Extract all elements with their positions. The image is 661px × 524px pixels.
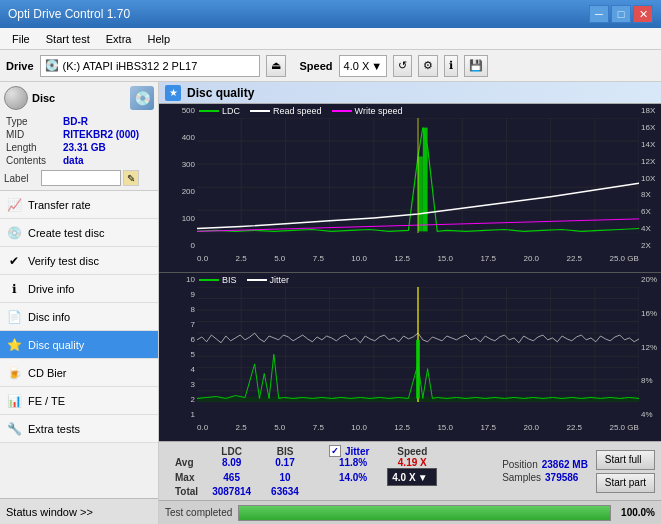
sidebar-item-extra-tests[interactable]: 🔧 Extra tests bbox=[0, 415, 158, 443]
sidebar-item-disc-quality[interactable]: ⭐ Disc quality bbox=[0, 331, 158, 359]
status-text: Test completed bbox=[165, 507, 232, 518]
legend-bis-color bbox=[199, 279, 219, 281]
legend-ldc-color bbox=[199, 110, 219, 112]
drive-selector[interactable]: 💽 (K:) ATAPI iHBS312 2 PL17 bbox=[40, 55, 260, 77]
col-ldc: LDC bbox=[202, 445, 261, 457]
minimize-button[interactable]: ─ bbox=[589, 5, 609, 23]
bis-chart: BIS Jitter 10 9 8 7 6 5 4 3 2 bbox=[159, 273, 661, 441]
contents-value: data bbox=[63, 155, 152, 166]
jitter-section: ✓ Jitter bbox=[329, 445, 377, 457]
save-button[interactable]: 💾 bbox=[464, 55, 488, 77]
cd-bier-icon: 🍺 bbox=[6, 365, 22, 381]
legend-write-color bbox=[332, 110, 352, 112]
sidebar-item-transfer-rate[interactable]: 📈 Transfer rate bbox=[0, 191, 158, 219]
drive-bar: Drive 💽 (K:) ATAPI iHBS312 2 PL17 ⏏ Spee… bbox=[0, 50, 661, 82]
settings-button[interactable]: ⚙ bbox=[418, 55, 438, 77]
nav-label-create-test-disc: Create test disc bbox=[28, 227, 104, 239]
info-button[interactable]: ℹ bbox=[444, 55, 458, 77]
total-label: Total bbox=[165, 486, 202, 497]
nav-label-transfer-rate: Transfer rate bbox=[28, 199, 91, 211]
sidebar-item-drive-info[interactable]: ℹ Drive info bbox=[0, 275, 158, 303]
speed-display-selector[interactable]: 4.0 X ▼ bbox=[387, 468, 437, 486]
menu-start-test[interactable]: Start test bbox=[38, 31, 98, 47]
sidebar-item-fe-te[interactable]: 📊 FE / TE bbox=[0, 387, 158, 415]
chart1-y-axis-right: 18X 16X 14X 12X 10X 8X 6X 4X 2X bbox=[639, 104, 661, 252]
max-ldc: 465 bbox=[202, 468, 261, 486]
start-full-button[interactable]: Start full bbox=[596, 450, 655, 470]
create-test-disc-icon: 💿 bbox=[6, 225, 22, 241]
col-bis: BIS bbox=[261, 445, 309, 457]
nav-label-disc-quality: Disc quality bbox=[28, 339, 84, 351]
position-label: Position bbox=[502, 459, 538, 470]
samples-label: Samples bbox=[502, 472, 541, 483]
status-window-button[interactable]: Status window >> bbox=[0, 498, 158, 524]
label-edit-button[interactable]: ✎ bbox=[123, 170, 139, 186]
position-value: 23862 MB bbox=[542, 459, 588, 470]
ldc-chart: LDC Read speed Write speed 500 400 300 bbox=[159, 104, 661, 273]
extra-tests-icon: 🔧 bbox=[6, 421, 22, 437]
charts-area: LDC Read speed Write speed 500 400 300 bbox=[159, 104, 661, 441]
menu-help[interactable]: Help bbox=[139, 31, 178, 47]
nav-label-extra-tests: Extra tests bbox=[28, 423, 80, 435]
disc-quality-icon-header: ★ bbox=[165, 85, 181, 101]
avg-jitter: 11.8% bbox=[329, 457, 377, 468]
menu-file[interactable]: File bbox=[4, 31, 38, 47]
progress-percent: 100.0% bbox=[617, 507, 655, 518]
samples-row: Samples 379586 bbox=[502, 472, 588, 483]
mid-label: MID bbox=[6, 129, 61, 140]
chart2-legend: BIS Jitter bbox=[199, 275, 289, 285]
legend-bis: BIS bbox=[199, 275, 237, 285]
svg-rect-17 bbox=[423, 128, 428, 232]
legend-read-label: Read speed bbox=[273, 106, 322, 116]
jitter-checkbox[interactable]: ✓ bbox=[329, 445, 341, 457]
disc-contents-row: Contents data bbox=[6, 155, 152, 166]
speed-value: 4.0 X bbox=[344, 60, 370, 72]
avg-label: Avg bbox=[165, 457, 202, 468]
stats-header-row: LDC BIS ✓ Jitter Speed bbox=[165, 445, 447, 457]
chart2-x-axis: 0.0 2.5 5.0 7.5 10.0 12.5 15.0 17.5 20.0… bbox=[197, 421, 639, 441]
nav-label-cd-bier: CD Bier bbox=[28, 367, 67, 379]
start-part-button[interactable]: Start part bbox=[596, 473, 655, 493]
legend-write-label: Write speed bbox=[355, 106, 403, 116]
max-jitter: 14.0% bbox=[329, 468, 377, 486]
content-area: ★ Disc quality LDC Read speed bbox=[159, 82, 661, 524]
sidebar-item-verify-test-disc[interactable]: ✔ Verify test disc bbox=[0, 247, 158, 275]
nav-label-disc-info: Disc info bbox=[28, 311, 70, 323]
disc-info-icon: 📄 bbox=[6, 309, 22, 325]
label-label: Label bbox=[4, 173, 39, 184]
sidebar-item-cd-bier[interactable]: 🍺 CD Bier bbox=[0, 359, 158, 387]
position-section: Position 23862 MB Samples 379586 bbox=[502, 459, 588, 483]
disc-type-row: Type BD-R bbox=[6, 116, 152, 127]
chart2-y-axis-right: 20% 16% 12% 8% 4% bbox=[639, 273, 661, 421]
speed-display-value: 4.0 X bbox=[392, 472, 415, 483]
stats-total-row: Total 3087814 63634 bbox=[165, 486, 447, 497]
avg-speed: 4.19 X bbox=[377, 457, 447, 468]
legend-bis-label: BIS bbox=[222, 275, 237, 285]
stats-row-headers: LDC BIS ✓ Jitter Speed bbox=[165, 445, 655, 497]
chart1-svg bbox=[197, 118, 639, 233]
avg-bis: 0.17 bbox=[261, 457, 309, 468]
legend-jitter-label: Jitter bbox=[270, 275, 290, 285]
svg-rect-42 bbox=[416, 340, 420, 399]
sidebar-item-disc-info[interactable]: 📄 Disc info bbox=[0, 303, 158, 331]
max-label: Max bbox=[165, 468, 202, 486]
max-bis: 10 bbox=[261, 468, 309, 486]
fe-te-icon: 📊 bbox=[6, 393, 22, 409]
sidebar-item-create-test-disc[interactable]: 💿 Create test disc bbox=[0, 219, 158, 247]
close-button[interactable]: ✕ bbox=[633, 5, 653, 23]
eject-button[interactable]: ⏏ bbox=[266, 55, 286, 77]
progress-bar bbox=[238, 505, 611, 521]
total-bis: 63634 bbox=[261, 486, 309, 497]
refresh-button[interactable]: ↺ bbox=[393, 55, 412, 77]
label-input[interactable] bbox=[41, 170, 121, 186]
total-ldc: 3087814 bbox=[202, 486, 261, 497]
stats-area: LDC BIS ✓ Jitter Speed bbox=[159, 441, 661, 500]
speed-selector[interactable]: 4.0 X ▼ bbox=[339, 55, 388, 77]
type-label: Type bbox=[6, 116, 61, 127]
menu-extra[interactable]: Extra bbox=[98, 31, 140, 47]
nav-label-drive-info: Drive info bbox=[28, 283, 74, 295]
chart1-y-axis-left: 500 400 300 200 100 0 bbox=[159, 104, 197, 252]
sidebar: Disc 💿 Type BD-R MID RITEKBR2 (000) Leng… bbox=[0, 82, 159, 524]
maximize-button[interactable]: □ bbox=[611, 5, 631, 23]
legend-ldc: LDC bbox=[199, 106, 240, 116]
